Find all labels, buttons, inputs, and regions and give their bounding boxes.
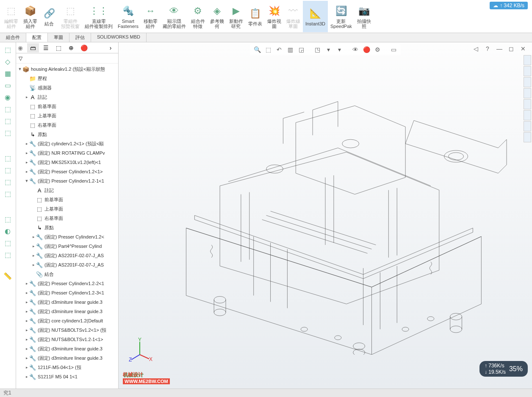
command-tab[interactable]: 草圖 [48, 33, 69, 42]
appearance-tab-icon[interactable]: 🔴 [78, 43, 90, 53]
flyout-tab[interactable] [524, 132, 531, 142]
tree-node[interactable]: ↳原點 [16, 130, 118, 139]
tree-node[interactable]: ▸🔧(固定) d3miniture linear guide.3 [16, 297, 118, 307]
ribbon-button[interactable]: 🔩SmartFasteners [115, 1, 141, 32]
minimize-icon[interactable]: — [495, 44, 504, 53]
ribbon-button[interactable]: 🔄更新SpeedPak [328, 1, 355, 32]
command-tab[interactable]: SOLIDWORKS MBD [91, 33, 147, 42]
flyout-tab[interactable] [524, 99, 531, 109]
tree-tab-icon[interactable]: 🗃 [27, 43, 39, 53]
tree-node[interactable]: ▸🔧(固定) Presser Cylinderv1.2<1> [16, 167, 118, 176]
tree-node[interactable]: A註記 [16, 186, 118, 195]
tool-icon[interactable]: ◇ [1, 56, 14, 67]
expand-icon[interactable]: ▸ [25, 319, 29, 323]
zoom-area-icon[interactable]: ⬚ [263, 45, 273, 54]
back-icon[interactable]: ◁ [471, 44, 480, 53]
ribbon-button[interactable]: 💥爆炸視圖 [265, 1, 284, 32]
section-icon[interactable]: ▥ [285, 45, 295, 54]
close-icon[interactable]: ✕ [518, 44, 528, 53]
expand-icon[interactable]: ▸ [25, 300, 29, 304]
tree-node[interactable]: ▸🔧(固定) NUTS&BOLTSv1.2-1<1> [16, 335, 118, 344]
flyout-tab[interactable] [524, 55, 531, 65]
tool-icon[interactable]: ◉ [1, 92, 14, 103]
tree-node[interactable]: 📁歷程 [16, 74, 118, 83]
tree-node[interactable]: ▸🔧(固定) Presser Cylinderv1.2< [16, 232, 118, 242]
tree-node[interactable]: ⬚上基準面 [16, 204, 118, 214]
tool-icon[interactable]: 📏 [1, 270, 14, 281]
view-settings-icon[interactable]: ⚙ [373, 45, 382, 54]
expand-icon[interactable]: ▸ [25, 309, 29, 314]
tree-node[interactable]: ⬚上基準面 [16, 111, 118, 120]
dim-tab-icon[interactable]: ⊕ [65, 43, 77, 53]
tree-node[interactable]: ⬚前基準面 [16, 195, 118, 204]
view-orient-icon[interactable]: ◲ [296, 45, 306, 54]
tool-icon[interactable]: ⬚ [1, 127, 14, 138]
tool-icon[interactable]: ⬚ [1, 249, 14, 260]
ribbon-button[interactable]: ◈參考幾何 [208, 1, 227, 32]
tree-node[interactable]: 📎結合 [16, 269, 118, 279]
tree-node[interactable]: ⬚右基準面 [16, 214, 118, 223]
tree-node[interactable]: ▸🔧(固定) NJR ROTATING CLAMPv [16, 148, 118, 158]
tree-node[interactable]: ▸🔧(固定) Presser Cylinderv1.2-2<1 [16, 279, 118, 288]
tool-icon[interactable]: ⬚ [1, 103, 14, 114]
expand-icon[interactable]: ▸ [25, 291, 29, 295]
expand-icon[interactable]: ▸ [31, 253, 36, 258]
panel-pin-icon[interactable]: ◉ [18, 44, 26, 51]
ribbon-button[interactable]: ↔移動零組件 [141, 1, 160, 32]
tree-node[interactable]: ▸🔧(固定) AS2201F-02-07-J_AS [16, 251, 118, 260]
tool-icon[interactable]: ⬚ [1, 115, 14, 126]
prev-view-icon[interactable]: ↶ [274, 45, 284, 54]
scene-icon[interactable]: ▾ [335, 45, 344, 54]
ribbon-button[interactable]: ▶新動作研究 [227, 1, 246, 32]
tree-node[interactable]: ▸🔧(固定) Presser Cylinderv1.2-3<1 [16, 288, 118, 297]
ribbon-button[interactable]: ⚙組合件特徵 [188, 1, 208, 32]
tool-icon[interactable]: ⬚ [1, 188, 14, 199]
tool-icon[interactable]: ⬚ [1, 153, 14, 164]
tool-icon[interactable]: ⬚ [1, 176, 14, 187]
ribbon-button[interactable]: 📋零件表 [246, 1, 265, 32]
tree-node[interactable]: ▸🔧(固定) MKS25X10Lv1.2(left)<1 [16, 158, 118, 167]
expand-icon[interactable]: ▸ [31, 235, 36, 239]
ribbon-button[interactable]: 📷拍攝快照 [355, 1, 374, 32]
tool-icon[interactable]: ▦ [1, 68, 14, 79]
tree-node[interactable]: ▸🔧(固定) d3miniture linear guide.3 [16, 307, 118, 316]
help-icon[interactable]: ? [483, 44, 492, 53]
tree-node[interactable]: ▸🔧(固定) AS2201F-02-07-J_AS [16, 260, 118, 269]
expand-icon[interactable]: ▸ [25, 169, 29, 174]
ribbon-button[interactable]: 👁顯示隱藏的零組件 [160, 1, 188, 32]
tree-node[interactable]: ▸🔧(固定) core cylinderv1.2(Default [16, 316, 118, 325]
tree-node[interactable]: ▼📦housing Airleakv1.2 (預設<顯示狀態 [16, 64, 118, 74]
maximize-icon[interactable]: ◻ [507, 44, 516, 53]
tree-node[interactable]: ▸🔧(固定) d3miniture linear guide.3 [16, 353, 118, 363]
tree-node[interactable]: ↳原點 [16, 223, 118, 232]
expand-icon[interactable]: ▸ [25, 347, 29, 351]
tree-node[interactable]: ⬚右基準面 [16, 120, 118, 130]
tool-icon[interactable]: ⬚ [1, 44, 14, 55]
tree-node[interactable]: ▸🔧(固定) NUTS&BOLTSv1.2<1> (預 [16, 325, 118, 335]
expand-icon[interactable]: ▸ [25, 160, 29, 164]
command-tab[interactable]: 配置 [26, 33, 48, 42]
expand-icon[interactable]: ▸ [25, 365, 29, 369]
tool-icon[interactable]: ◐ [1, 225, 14, 236]
zoom-fit-icon[interactable]: 🔍 [252, 45, 262, 54]
flyout-tab[interactable] [524, 88, 531, 98]
tool-icon[interactable]: ⬚ [1, 214, 14, 225]
apply-scene-icon[interactable]: 🔴 [362, 45, 371, 54]
ribbon-button[interactable]: 📦插入零組件 [21, 1, 40, 32]
tree-node[interactable]: ▸A註記 [16, 92, 118, 102]
tree-filter[interactable]: ▽ [16, 53, 118, 64]
viewport-icon[interactable]: ▭ [389, 45, 398, 54]
tree-node[interactable]: ▸🔧(固定) d3miniture linear guide.3 [16, 344, 118, 353]
expand-icon[interactable]: ▼ [18, 67, 22, 71]
flyout-tab[interactable] [524, 66, 531, 76]
display-tab-icon[interactable]: ⬚ [53, 43, 64, 53]
tree-node[interactable]: ▸🔧(固定) Part4^Presser Cylind [16, 242, 118, 251]
flyout-tab[interactable] [524, 77, 531, 87]
flyout-tab[interactable] [524, 110, 531, 120]
hide-show-icon[interactable]: ▾ [324, 45, 333, 54]
tree-node[interactable]: ▸🔧1211F-M5-04<1> (預 [16, 363, 118, 372]
tool-icon[interactable]: ▭ [1, 80, 14, 91]
expand-icon[interactable]: ▸ [25, 337, 29, 341]
ribbon-button[interactable]: 📐Instant3D [303, 1, 328, 32]
expand-icon[interactable]: ▸ [25, 281, 29, 286]
